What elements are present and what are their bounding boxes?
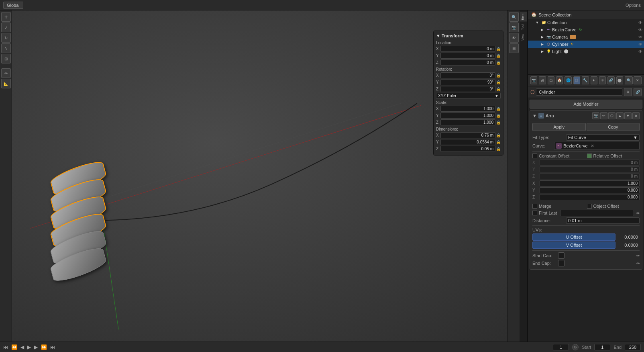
move-tool[interactable]: ⤢ <box>1 23 11 32</box>
beziercurve-eye-icon[interactable]: 👁 <box>638 28 642 32</box>
camera-eye-icon[interactable]: 👁 <box>638 35 642 39</box>
jump-end-btn[interactable]: ⏭ <box>50 344 55 350</box>
constraints-btn[interactable]: 🔗 <box>607 76 614 84</box>
sc-x-input[interactable] <box>440 106 495 112</box>
prev-frame-btn[interactable]: ◀ <box>20 344 24 350</box>
transform-header[interactable]: ▼ Transform <box>436 33 501 38</box>
sc-y-input[interactable] <box>440 113 495 119</box>
camera-view-btn[interactable]: 📷 <box>509 23 519 32</box>
apply-btn[interactable]: Apply <box>532 123 586 131</box>
cursor-tool[interactable]: ✛ <box>1 12 11 22</box>
loc-x-lock[interactable]: 🔒 <box>496 47 501 51</box>
material-btn[interactable]: ⬤ <box>616 76 623 84</box>
play-btn[interactable]: ▶ <box>27 344 31 350</box>
obj-link-btn[interactable]: 🔗 <box>634 88 642 96</box>
props-search-btn[interactable]: 🔍 <box>625 76 633 84</box>
ro-x-input[interactable] <box>540 180 640 186</box>
scene-props-btn[interactable]: 🏠 <box>556 76 563 84</box>
first-last-swatch[interactable] <box>560 210 634 216</box>
mod-up-btn[interactable]: ▲ <box>616 112 624 119</box>
sc-x-lock[interactable]: 🔒 <box>496 107 501 111</box>
transform-tool[interactable]: ⊞ <box>1 54 11 63</box>
u-offset-btn[interactable]: U Offset <box>532 233 615 241</box>
rot-z-input[interactable] <box>440 86 495 92</box>
mod-cage-btn[interactable]: ⬡ <box>608 112 615 119</box>
current-frame-input[interactable] <box>553 344 569 350</box>
object-props-btn[interactable]: ⬡ <box>573 76 580 84</box>
ro-z-input[interactable] <box>540 194 640 200</box>
first-last-cb[interactable] <box>532 211 537 215</box>
world-props-btn[interactable]: 🌐 <box>565 76 571 84</box>
fps-indicator[interactable]: ⊙ <box>572 344 579 350</box>
prev-keyframe-btn[interactable]: ⏪ <box>11 344 17 350</box>
fit-type-dropdown[interactable]: Fit Curve▼ <box>566 134 640 141</box>
light-eye-icon[interactable]: 👁 <box>638 49 642 54</box>
global-dropdown[interactable]: Global <box>3 2 23 9</box>
co-x-input[interactable] <box>540 160 640 166</box>
dim-y-input[interactable] <box>440 139 495 145</box>
render-props-btn[interactable]: 📷 <box>530 76 537 84</box>
view-btn[interactable]: 👁 <box>509 33 519 43</box>
rot-x-lock[interactable]: 🔒 <box>496 74 501 78</box>
measure-tool[interactable]: 📐 <box>1 79 11 88</box>
co-z-input[interactable] <box>540 173 640 179</box>
collection-eye-icon[interactable]: 👁 <box>638 20 642 25</box>
end-cap-swatch[interactable] <box>558 260 565 266</box>
mod-delete-btn[interactable]: ✕ <box>632 112 640 119</box>
curve-clear-btn[interactable]: ✕ <box>589 143 596 149</box>
sc-z-lock[interactable]: 🔒 <box>496 121 501 125</box>
dim-z-lock[interactable]: 🔒 <box>496 147 501 151</box>
constant-offset-cb[interactable] <box>532 153 537 158</box>
distance-input[interactable] <box>566 217 640 224</box>
dim-x-input[interactable] <box>440 132 495 138</box>
viewport[interactable]: ⬤ Global 🧲 ◎ <box>12 10 520 342</box>
particles-btn[interactable]: ✦ <box>591 76 597 84</box>
loc-z-input[interactable] <box>440 59 495 65</box>
grid-btn[interactable]: ⊞ <box>509 43 519 53</box>
next-keyframe-btn[interactable]: ⏩ <box>41 344 47 350</box>
sc-y-lock[interactable]: 🔒 <box>496 114 501 118</box>
scale-tool[interactable]: ⤡ <box>1 43 11 53</box>
tool-tab[interactable]: Tool <box>520 23 527 32</box>
cylinder-eye-icon[interactable]: 👁 <box>638 42 642 47</box>
first-last-edit-btn[interactable]: ✏ <box>636 211 640 215</box>
start-cap-swatch[interactable] <box>558 252 565 259</box>
next-frame-btn[interactable]: ▶ <box>34 344 38 350</box>
end-cap-edit-btn[interactable]: ✏ <box>636 261 640 266</box>
co-y-input[interactable] <box>540 166 640 172</box>
tree-item-beziercurve[interactable]: ▶ 〜 BezierCurve ↻ 👁 <box>528 26 644 33</box>
loc-x-input[interactable] <box>440 46 495 52</box>
rot-x-input[interactable] <box>440 72 495 78</box>
tree-item-cylinder[interactable]: ▶ ⬡ Cylinder ↻ 👁 <box>528 41 644 48</box>
relative-offset-cb[interactable] <box>587 153 592 158</box>
dim-x-lock[interactable]: 🔒 <box>496 133 501 137</box>
ro-y-input[interactable] <box>540 187 640 193</box>
view-tab[interactable]: View <box>520 32 527 42</box>
tree-item-light[interactable]: ▶ 💡 Light 👁 <box>528 48 644 55</box>
jump-start-btn[interactable]: ⏮ <box>3 344 8 350</box>
props-close-btn[interactable]: ✕ <box>634 76 642 84</box>
sc-z-input[interactable] <box>440 119 495 125</box>
rotate-tool[interactable]: ↻ <box>1 33 11 43</box>
add-modifier-btn[interactable]: Add Modifier <box>530 100 642 108</box>
view-layer-btn[interactable]: 🗂 <box>548 76 554 84</box>
dim-z-input[interactable] <box>440 146 495 152</box>
mod-edit-btn[interactable]: ✏ <box>600 112 607 119</box>
loc-z-lock[interactable]: 🔒 <box>496 61 501 65</box>
annotation-tool[interactable]: ✏ <box>1 68 11 78</box>
loc-y-input[interactable] <box>440 53 495 59</box>
copy-btn[interactable]: Copy <box>587 123 640 131</box>
rot-mode-dropdown[interactable]: XYZ Euler▼ <box>436 93 501 99</box>
oo-cb[interactable] <box>587 204 592 209</box>
output-props-btn[interactable]: 🖨 <box>539 76 546 84</box>
obj-name-input[interactable] <box>536 88 622 96</box>
item-tab[interactable]: Item <box>520 12 527 22</box>
start-cap-edit-btn[interactable]: ✏ <box>636 254 640 258</box>
obj-settings-btn[interactable]: ⚙ <box>624 88 632 96</box>
merge-cb[interactable] <box>532 204 537 209</box>
start-frame-input[interactable] <box>594 344 610 350</box>
physics-btn[interactable]: ⚛ <box>599 76 606 84</box>
mod-collapse-btn[interactable]: ▼ <box>532 113 537 118</box>
dim-y-lock[interactable]: 🔒 <box>496 140 501 144</box>
modifier-props-btn[interactable]: 🔧 <box>582 76 589 84</box>
